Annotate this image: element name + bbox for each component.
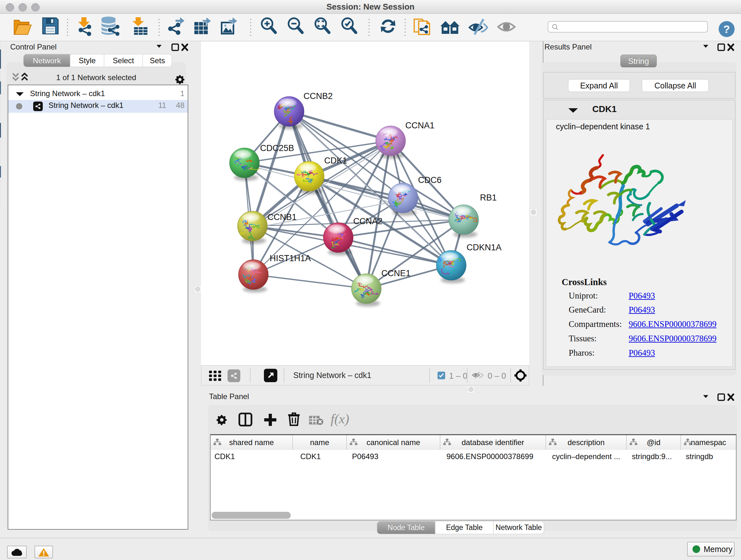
svg-text:HIST1H1A: HIST1H1A	[270, 253, 311, 263]
svg-text:CCNA2: CCNA2	[353, 216, 383, 226]
svg-text:CDC6: CDC6	[418, 175, 442, 185]
svg-text:CDK1: CDK1	[324, 156, 347, 165]
svg-text:CCNB1: CCNB1	[267, 212, 297, 222]
svg-text:CCNA1: CCNA1	[405, 121, 434, 130]
svg-text:CCNB2: CCNB2	[304, 91, 333, 101]
svg-text:CDKN1A: CDKN1A	[467, 243, 502, 252]
svg-text:CCNE1: CCNE1	[381, 268, 411, 278]
svg-text:CDC25B: CDC25B	[260, 143, 294, 153]
svg-text:?: ?	[724, 23, 730, 35]
svg-text:RB1: RB1	[480, 193, 497, 202]
